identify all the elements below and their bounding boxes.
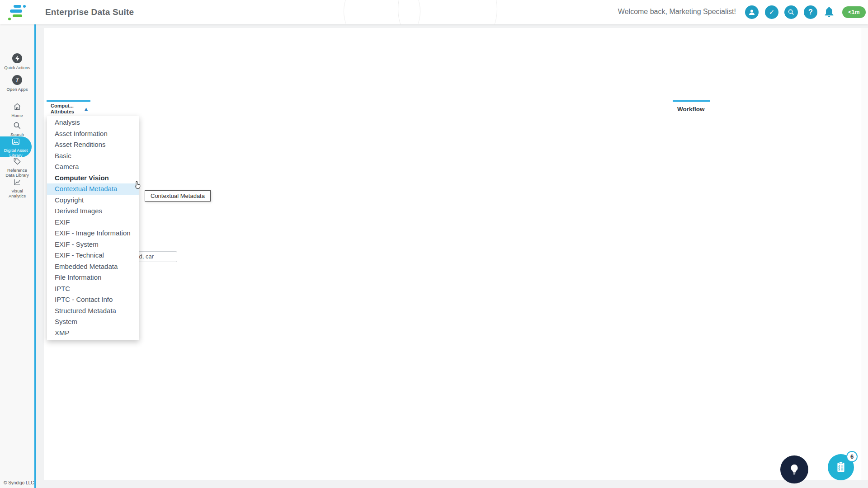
dropdown-item-asset-information[interactable]: Asset Information <box>47 128 139 140</box>
global-search-icon[interactable] <box>784 5 798 19</box>
page-scrollbar[interactable] <box>862 28 868 480</box>
app-header: Enterprise Data Suite Welcome back, Mark… <box>0 0 868 24</box>
assistant-lightbulb-button[interactable] <box>780 455 808 483</box>
logo-bar <box>14 5 21 8</box>
left-sidebar: Quick Actions 7 Open Apps Home Search Di… <box>0 24 34 488</box>
application-root: Enterprise Data Suite Welcome back, Mark… <box>0 0 868 488</box>
tab-computed-attributes[interactable]: Comput... Attributes ▲ <box>47 100 90 116</box>
decorative-circle <box>398 0 497 24</box>
dropdown-item-exif-system[interactable]: EXIF - System <box>47 239 139 250</box>
lightning-bolt-icon <box>12 53 22 63</box>
copyright-notice: © Syndigo LLC <box>4 480 34 485</box>
logo-bar <box>10 9 22 13</box>
dropdown-item-iptc-contact-info[interactable]: IPTC - Contact Info <box>47 294 139 305</box>
logo-bar <box>13 14 22 17</box>
app-title: Enterprise Data Suite <box>45 7 134 17</box>
open-apps-count-icon: 7 <box>12 75 22 85</box>
dropdown-item-contextual-metadata[interactable]: Contextual Metadata <box>47 183 139 195</box>
sidebar-item-home[interactable]: Home <box>0 102 34 118</box>
chevron-up-icon: ▲ <box>85 107 88 111</box>
syndigo-logo[interactable] <box>7 4 29 20</box>
sidebar-item-search[interactable]: Search <box>0 121 34 137</box>
dropdown-item-structured-metadata[interactable]: Structured Metadata <box>47 305 139 317</box>
search-icon <box>13 121 22 130</box>
sidebar-accent-divider <box>34 24 36 488</box>
dropdown-item-iptc[interactable]: IPTC <box>47 283 139 295</box>
dropdown-item-system[interactable]: System <box>47 316 139 328</box>
lightbulb-icon <box>788 463 801 476</box>
dropdown-item-exif-image-information[interactable]: EXIF - Image Information <box>47 228 139 239</box>
dropdown-item-basic[interactable]: Basic <box>47 150 139 162</box>
dropdown-item-exif[interactable]: EXIF <box>47 217 139 228</box>
sidebar-divider <box>5 96 30 96</box>
dropdown-item-analysis[interactable]: Analysis <box>47 117 139 128</box>
dropdown-item-exif-technical[interactable]: EXIF - Technical <box>47 250 139 261</box>
sidebar-item-digital-asset-library[interactable]: Digital Asset Library <box>0 136 32 157</box>
notifications-bell-icon[interactable] <box>823 5 835 20</box>
dropdown-item-tooltip: Contextual Metadata <box>145 190 211 202</box>
sidebar-item-visual-analytics[interactable]: Visual Analytics <box>0 178 34 198</box>
dropdown-item-xmp[interactable]: XMP <box>47 328 139 339</box>
clipboard-checklist-icon <box>835 461 847 474</box>
home-icon <box>13 102 22 111</box>
dropdown-item-computer-vision[interactable]: Computer Vision <box>47 173 139 184</box>
chart-icon <box>13 178 21 186</box>
dropdown-item-asset-renditions[interactable]: Asset Renditions <box>47 139 139 150</box>
dropdown-item-embedded-metadata[interactable]: Embedded Metadata <box>47 261 139 272</box>
image-icon <box>12 138 20 145</box>
session-timer-badge[interactable]: <1m <box>842 6 866 18</box>
tasks-count-badge: 6 <box>846 451 858 462</box>
dropdown-item-file-information[interactable]: File Information <box>47 272 139 283</box>
logo-dot <box>23 5 26 8</box>
help-icon[interactable]: ? <box>804 5 817 19</box>
welcome-message: Welcome back, Marketing Specialist! <box>618 8 736 16</box>
tab-workflow[interactable]: Workflow <box>673 100 710 116</box>
dropdown-item-camera[interactable]: Camera <box>47 161 139 173</box>
tag-icon <box>13 157 21 165</box>
sidebar-item-open-apps[interactable]: 7 Open Apps <box>0 75 34 92</box>
sidebar-item-reference-data-library[interactable]: Reference Data Library <box>0 157 34 178</box>
hand-cursor-icon <box>133 180 142 190</box>
logo-dot <box>8 18 11 20</box>
user-profile-icon[interactable] <box>745 5 759 19</box>
attribute-groups-dropdown: Analysis Asset Information Asset Renditi… <box>47 116 139 340</box>
tasks-check-icon[interactable]: ✓ <box>765 5 778 19</box>
dropdown-item-derived-images[interactable]: Derived Images <box>47 206 139 217</box>
sidebar-item-quick-actions[interactable]: Quick Actions <box>0 53 34 70</box>
dropdown-item-copyright[interactable]: Copyright <box>47 195 139 206</box>
